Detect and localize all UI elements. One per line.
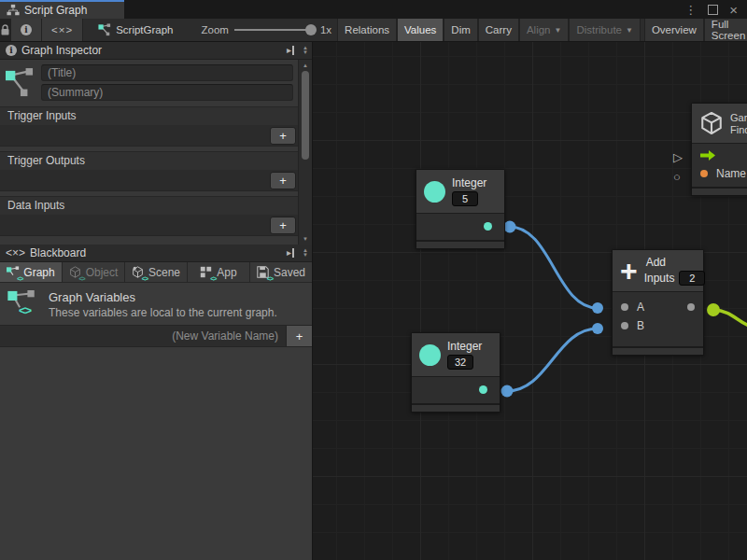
add-trigger-output-button[interactable]: + xyxy=(270,172,296,189)
align-dropdown[interactable]: Align▼ xyxy=(519,19,570,41)
graph-info-button[interactable]: i xyxy=(11,19,42,41)
code-brackets-icon: <> xyxy=(19,303,31,317)
carry-button[interactable]: Carry xyxy=(478,19,519,41)
node-gameobject-find[interactable]: GameObject Find Name xyxy=(691,103,747,196)
integer-value-field[interactable]: 5 xyxy=(452,191,478,206)
trigger-inputs-list: + xyxy=(0,125,299,147)
node-integer-32[interactable]: Integer 32 xyxy=(411,332,500,413)
overview-button[interactable]: Overview xyxy=(644,19,704,41)
unconnected-value-indicator[interactable]: ○ xyxy=(673,171,681,183)
unconnected-trigger-indicator[interactable]: ▷ xyxy=(673,151,683,163)
distribute-dropdown[interactable]: Distribute▼ xyxy=(569,19,641,41)
trigger-inputs-section-label: Trigger Inputs xyxy=(0,106,299,125)
graph-node-icon xyxy=(6,68,34,98)
variables-list-empty xyxy=(0,347,312,560)
inspector-scrollbar[interactable]: ▲ ▼ xyxy=(298,60,312,245)
bolt-icon: <×> xyxy=(6,246,25,259)
tab-script-graph[interactable]: Script Graph xyxy=(0,0,124,19)
graph-variables-title: Graph Variables xyxy=(49,290,277,304)
scene-variables-icon: <> xyxy=(132,266,145,279)
graph-breadcrumb[interactable]: ScriptGraph xyxy=(91,19,180,41)
node-integer-5[interactable]: Integer 5 xyxy=(416,169,505,249)
tab-title: Script Graph xyxy=(24,4,87,17)
add-variable-button[interactable]: + xyxy=(286,326,312,346)
name-port-row: Name xyxy=(692,164,747,183)
node-footer xyxy=(416,240,504,248)
gameobject-cube-icon xyxy=(699,111,724,135)
full-screen-button[interactable]: Full Screen xyxy=(704,19,747,41)
dock-panel-icon[interactable]: ▸ xyxy=(287,46,294,55)
blackboard-tabs: <> Graph <> Object <> Scene xyxy=(0,262,312,283)
tab-scene[interactable]: <> Scene xyxy=(125,262,188,282)
graph-title-input[interactable] xyxy=(41,64,293,81)
graph-variables-icon: <> xyxy=(7,266,20,279)
visual-scripting-button[interactable]: <×> xyxy=(42,19,83,41)
port-row-b: B xyxy=(613,316,703,335)
dim-button[interactable]: Dim xyxy=(444,19,477,41)
kebab-menu-icon[interactable]: ⋮ xyxy=(684,4,697,16)
add-trigger-input-button[interactable]: + xyxy=(270,127,296,145)
scrollbar-thumb[interactable] xyxy=(302,71,309,160)
info-icon: i xyxy=(21,24,32,35)
chevron-down-icon: ▼ xyxy=(626,26,633,35)
graph-inspector-body: Trigger Inputs + Trigger Outputs + Data … xyxy=(0,60,312,245)
trigger-port-row xyxy=(692,146,747,164)
values-button[interactable]: Values xyxy=(397,19,444,41)
node-header[interactable]: Integer 5 xyxy=(416,170,504,214)
node-title: Integer xyxy=(447,340,482,353)
graph-variables-info: <> Graph Variables These variables are l… xyxy=(0,283,312,325)
graph-name: ScriptGraph xyxy=(116,24,173,35)
output-port[interactable] xyxy=(484,222,492,231)
graph-canvas[interactable]: Integer 5 Integer 32 + Add xyxy=(313,42,747,560)
node-add[interactable]: + Add Inputs 2 A B xyxy=(612,249,704,356)
scroll-up-icon[interactable]: ▲ xyxy=(303,60,308,71)
input-port-a[interactable] xyxy=(621,303,628,311)
close-icon[interactable]: × xyxy=(729,3,738,17)
tab-saved[interactable]: <> Saved xyxy=(250,262,312,282)
title-bar: Script Graph ⋮ × xyxy=(0,0,747,19)
node-body: Name xyxy=(692,144,747,187)
data-inputs-section-label: Data Inputs xyxy=(0,196,299,215)
maximize-icon[interactable] xyxy=(708,5,718,15)
graph-variables-description: These variables are local to the current… xyxy=(49,306,277,319)
inputs-label: Inputs xyxy=(644,272,675,285)
new-variable-name-input[interactable] xyxy=(0,326,286,346)
node-body: A B xyxy=(613,292,703,346)
data-inputs-list: + xyxy=(0,215,299,236)
saved-variables-icon: <> xyxy=(257,266,270,279)
graph-summary-input[interactable] xyxy=(41,84,293,101)
info-icon: i xyxy=(6,45,17,56)
output-port[interactable] xyxy=(479,385,487,394)
relations-button[interactable]: Relations xyxy=(337,19,397,41)
add-data-input-button[interactable]: + xyxy=(270,217,296,234)
integer-value-field[interactable]: 32 xyxy=(447,355,473,370)
output-port[interactable] xyxy=(687,303,695,311)
panel-scroll-arrows[interactable]: ▲▼ xyxy=(303,248,308,258)
dock-panel-icon[interactable]: ▸ xyxy=(287,248,294,258)
scroll-down-icon[interactable]: ▼ xyxy=(303,233,308,245)
integer-type-icon xyxy=(424,181,445,203)
wire-integer32-to-addB xyxy=(507,329,598,391)
name-input-port[interactable] xyxy=(700,170,708,177)
node-header[interactable]: Integer 32 xyxy=(412,333,500,377)
lock-icon xyxy=(0,24,10,36)
wire-integer5-to-addA xyxy=(510,227,598,308)
node-footer xyxy=(412,403,500,412)
inputs-count-field[interactable]: 2 xyxy=(679,271,705,286)
port-a-label: A xyxy=(637,301,644,314)
zoom-control: Zoom 1x xyxy=(196,19,338,41)
panel-scroll-arrows[interactable]: ▲▼ xyxy=(303,46,308,55)
zoom-slider-handle[interactable] xyxy=(305,24,317,35)
zoom-value: 1x xyxy=(320,24,331,35)
lock-button[interactable] xyxy=(0,19,11,41)
input-port-b[interactable] xyxy=(621,322,628,329)
tab-graph[interactable]: <> Graph xyxy=(0,262,63,282)
trigger-arrow-icon[interactable] xyxy=(700,150,715,161)
graph-inspector-header: i Graph Inspector ▸ ▲▼ xyxy=(0,42,312,60)
node-header[interactable]: + Add Inputs 2 xyxy=(613,250,703,292)
node-title: Integer xyxy=(452,176,486,189)
node-header[interactable]: GameObject Find xyxy=(692,104,747,144)
tab-object[interactable]: <> Object xyxy=(63,262,125,282)
tab-app[interactable]: <> App xyxy=(188,262,250,282)
zoom-slider[interactable] xyxy=(234,29,315,31)
